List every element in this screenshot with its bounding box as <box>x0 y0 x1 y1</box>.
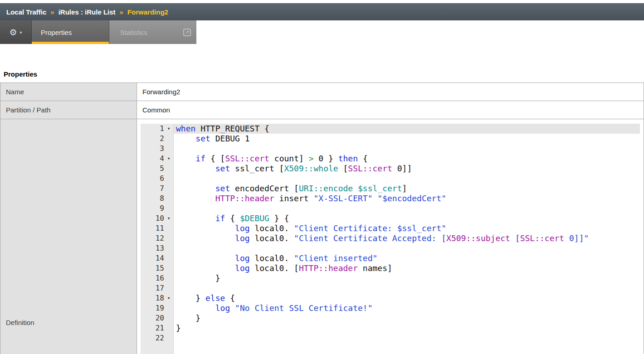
code-line[interactable]: set DEBUG 1 <box>174 134 640 144</box>
code-line[interactable]: when HTTP_REQUEST { <box>174 124 640 134</box>
code-token-cmd: X509::subject <box>446 233 510 243</box>
gutter-line: 11 <box>141 223 173 233</box>
editor-gutter: 1▾234▾5678910▾1112131415161718▾19202122 <box>141 124 174 354</box>
code-token-pl <box>176 194 215 203</box>
fold-arrow-icon[interactable]: ▾ <box>164 124 173 134</box>
code-token-kw: then <box>338 154 358 163</box>
tab-statistics-label: Statistics <box>120 29 147 36</box>
code-line[interactable] <box>174 204 640 213</box>
gutter-line: 2 <box>141 134 173 144</box>
gutter-line: 9 <box>141 204 173 213</box>
code-line[interactable]: } <box>174 273 640 283</box>
line-number: 9 <box>141 204 164 213</box>
code-token-pl: { [ <box>205 154 225 163</box>
code-line[interactable]: } <box>174 313 640 323</box>
gutter-line: 5 <box>141 164 173 174</box>
gutter-line: 20 <box>141 313 173 323</box>
line-number: 8 <box>141 194 164 204</box>
code-token-pl: { <box>225 293 235 303</box>
gutter-line: 15 <box>141 263 173 273</box>
row-label-definition: Definition <box>0 119 137 354</box>
code-token-pl: encodedCert [ <box>230 184 299 193</box>
line-number: 3 <box>141 144 164 154</box>
code-token-pl <box>176 213 215 223</box>
tab-properties-label: Properties <box>41 29 72 36</box>
code-token-cmd: SSL::cert <box>225 154 269 163</box>
section-title: Properties <box>4 70 37 78</box>
code-token-fn: URI::encode <box>299 184 353 193</box>
code-token-pl: [ <box>338 164 348 173</box>
gutter-line: 16 <box>141 273 173 283</box>
line-number: 17 <box>141 283 164 293</box>
code-line[interactable]: log local0. "Client inserted" <box>174 253 640 263</box>
fold-arrow-icon[interactable]: ▾ <box>164 154 173 164</box>
code-token-pl <box>176 164 215 173</box>
code-line[interactable]: log "No Client SSL Certificate!" <box>174 303 640 313</box>
gutter-line: 13 <box>141 243 173 253</box>
code-line[interactable]: set ssl_cert [X509::whole [SSL::cert 0]] <box>174 164 640 174</box>
code-token-var: $DEBUG <box>240 213 269 223</box>
code-token-pl: local0. <box>250 233 294 243</box>
code-token-str: "$encodedCert" <box>377 194 446 203</box>
code-token-kw: log <box>235 253 250 263</box>
code-line[interactable]: log local0. [HTTP::header names] <box>174 263 640 273</box>
code-line[interactable] <box>174 144 640 154</box>
code-token-cmd: SSL::cert <box>348 164 392 173</box>
gutter-line: 21 <box>141 323 173 333</box>
definition-label: Definition <box>6 319 34 326</box>
code-line[interactable]: set encodedCert [URI::encode $ssl_cert] <box>174 184 640 194</box>
code-token-pl: names] <box>358 263 392 273</box>
code-token-kw: else <box>205 293 225 303</box>
breadcrumb-item-irule-list[interactable]: iRules : iRule List <box>59 8 116 16</box>
line-number: 16 <box>141 273 164 283</box>
gutter-line: 4▾ <box>141 154 173 164</box>
fold-arrow-icon[interactable]: ▾ <box>164 293 173 303</box>
active-tab-indicator <box>32 42 109 44</box>
line-number: 4 <box>141 154 164 164</box>
code-line[interactable]: } else { <box>174 293 640 303</box>
gutter-line: 18▾ <box>141 293 173 303</box>
editor-code[interactable]: when HTTP_REQUEST { set DEBUG 1 if { [SS… <box>174 124 640 354</box>
code-token-pl <box>176 233 235 243</box>
code-token-pl: { <box>225 213 240 223</box>
gutter-line: 8 <box>141 194 173 204</box>
code-token-pl: count] <box>269 154 309 163</box>
line-number: 1 <box>141 124 164 134</box>
code-token-pl <box>176 223 235 233</box>
code-line[interactable] <box>174 333 640 343</box>
code-line[interactable]: } <box>174 323 640 333</box>
line-number: 12 <box>141 233 164 243</box>
gutter-line: 7 <box>141 184 173 194</box>
code-line[interactable] <box>174 243 640 253</box>
code-line[interactable]: if { $DEBUG } { <box>174 213 640 223</box>
code-editor[interactable]: 1▾234▾5678910▾1112131415161718▾19202122 … <box>141 124 640 354</box>
code-line[interactable]: HTTP::header insert "X-SSL-CERT" "$encod… <box>174 194 640 204</box>
row-value-name: Forwarding2 <box>137 83 644 101</box>
fold-arrow-icon[interactable]: ▾ <box>164 213 173 223</box>
table-row-definition: Definition 1▾234▾5678910▾111213141516171… <box>0 119 644 354</box>
definition-cell: 1▾234▾5678910▾1112131415161718▾19202122 … <box>137 119 644 354</box>
code-line[interactable]: if { [SSL::cert count] > 0 } then { <box>174 154 640 164</box>
code-token-pl <box>353 184 358 193</box>
code-token-pl: local0. [ <box>250 263 299 273</box>
line-number: 18 <box>141 293 164 303</box>
code-token-pl: } <box>176 273 220 283</box>
gutter-line: 3 <box>141 144 173 154</box>
code-token-var: $ssl_cert <box>358 184 402 193</box>
gear-menu-button[interactable]: ⚙ ▾ <box>0 20 32 44</box>
code-token-kw: set <box>215 164 230 173</box>
line-number: 20 <box>141 313 164 323</box>
code-line[interactable]: log local0. "Client Certificate: $ssl_ce… <box>174 223 640 233</box>
code-token-str: [ <box>510 233 520 243</box>
code-token-str: "Client Certificate: $ssl_cert" <box>294 223 446 233</box>
code-line[interactable]: log local0. "Client Certificate Accepted… <box>174 233 640 243</box>
breadcrumb-item-local-traffic[interactable]: Local Traffic <box>6 8 46 16</box>
code-line[interactable] <box>174 283 640 293</box>
tab-statistics[interactable]: Statistics ↗ <box>109 20 196 44</box>
code-line[interactable] <box>174 174 640 184</box>
tab-properties[interactable]: Properties <box>32 20 109 44</box>
code-token-pl <box>230 303 235 313</box>
code-token-kw: set <box>195 134 210 143</box>
code-token-kw: set <box>215 184 230 193</box>
line-number: 5 <box>141 164 164 174</box>
